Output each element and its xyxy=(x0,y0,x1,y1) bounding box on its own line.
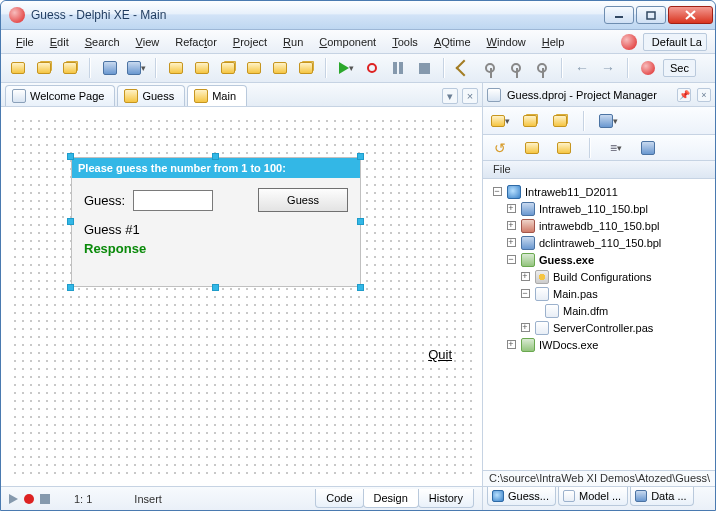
menu-file[interactable]: File xyxy=(9,33,41,51)
remove-file-button[interactable] xyxy=(191,57,213,79)
tab-model[interactable]: Model ... xyxy=(558,487,628,506)
project-tree[interactable]: −Intraweb11_D2011 +Intraweb_110_150.bpl … xyxy=(483,179,715,357)
tab-list-button[interactable]: ▾ xyxy=(442,88,458,104)
tab-project[interactable]: Guess... xyxy=(487,487,556,506)
menu-component[interactable]: Component xyxy=(312,33,383,51)
menu-tools[interactable]: Tools xyxy=(385,33,425,51)
open-file-button[interactable] xyxy=(59,57,81,79)
form-designer[interactable]: Please guess the number from 1 to 100: G… xyxy=(1,107,482,486)
guess-button[interactable]: Guess xyxy=(258,188,348,212)
menu-window[interactable]: Window xyxy=(480,33,533,51)
save-all-button[interactable]: ▾ xyxy=(125,57,147,79)
resize-handle[interactable] xyxy=(67,218,74,225)
tab-welcome[interactable]: Welcome Page xyxy=(5,85,115,106)
view-form-button[interactable] xyxy=(243,57,265,79)
pin-button[interactable]: 📌 xyxy=(677,88,691,102)
step-over-button[interactable] xyxy=(453,57,475,79)
sync-button[interactable]: ↺ xyxy=(489,137,511,159)
browser2-icon[interactable] xyxy=(637,57,659,79)
toggle-button[interactable] xyxy=(269,57,291,79)
run-no-debug-button[interactable] xyxy=(361,57,383,79)
collapse-button[interactable] xyxy=(553,137,575,159)
resize-handle[interactable] xyxy=(212,153,219,160)
resize-handle[interactable] xyxy=(67,284,74,291)
menu-edit[interactable]: Edit xyxy=(43,33,76,51)
config-button[interactable] xyxy=(637,137,659,159)
menubar: File Edit Search View Refactor Project R… xyxy=(1,30,715,54)
panel-close-button[interactable]: × xyxy=(697,88,711,102)
quit-link[interactable]: Quit xyxy=(428,347,452,362)
view-tab-design[interactable]: Design xyxy=(363,489,419,508)
menu-search[interactable]: Search xyxy=(78,33,127,51)
package-icon xyxy=(521,219,535,233)
add-button[interactable] xyxy=(519,110,541,132)
macro-stop-icon[interactable] xyxy=(40,494,50,504)
menu-help[interactable]: Help xyxy=(535,33,572,51)
resize-handle[interactable] xyxy=(357,284,364,291)
run-to-cursor-button[interactable] xyxy=(531,57,553,79)
run-button[interactable]: ▾ xyxy=(335,57,357,79)
remove-button[interactable] xyxy=(549,110,571,132)
resize-handle[interactable] xyxy=(357,153,364,160)
new-button[interactable]: ▾ xyxy=(489,110,511,132)
selected-panel[interactable]: Please guess the number from 1 to 100: G… xyxy=(71,157,361,287)
layout-dropdown[interactable]: Default La xyxy=(643,33,707,51)
tree-node-root[interactable]: −Intraweb11_D2011 xyxy=(491,183,711,200)
tab-data[interactable]: Data ... xyxy=(630,487,693,506)
add-file-button[interactable] xyxy=(165,57,187,79)
macro-play-icon[interactable] xyxy=(9,494,18,504)
toolbar-right-chip[interactable]: Sec xyxy=(663,59,696,77)
resize-handle[interactable] xyxy=(357,218,364,225)
forward-button[interactable]: → xyxy=(597,57,619,79)
tree-node[interactable]: +ServerController.pas xyxy=(491,319,711,336)
tree-node[interactable]: −Main.pas xyxy=(491,285,711,302)
project-group-icon xyxy=(507,185,521,199)
view-tab-history[interactable]: History xyxy=(418,489,474,508)
tree-node[interactable]: +intrawebdb_110_150.bpl xyxy=(491,217,711,234)
back-button[interactable]: ← xyxy=(571,57,593,79)
resize-handle[interactable] xyxy=(212,284,219,291)
menu-run[interactable]: Run xyxy=(276,33,310,51)
project-icon xyxy=(487,88,501,102)
browser-icon[interactable] xyxy=(621,34,637,50)
data-icon xyxy=(635,490,647,502)
tree-node[interactable]: +dclintraweb_110_150.bpl xyxy=(491,234,711,251)
sort-button[interactable]: ≡▾ xyxy=(605,137,627,159)
resize-handle[interactable] xyxy=(67,153,74,160)
svg-rect-1 xyxy=(647,12,655,19)
tree-node[interactable]: +IWDocs.exe xyxy=(491,336,711,353)
tree-node-active-project[interactable]: −Guess.exe xyxy=(491,251,711,268)
stop-button[interactable] xyxy=(413,57,435,79)
tab-close-button[interactable]: × xyxy=(462,88,478,104)
menu-refactor[interactable]: Refactor xyxy=(168,33,224,51)
guess-input[interactable] xyxy=(133,190,213,211)
unit-icon xyxy=(124,89,138,103)
pause-button[interactable] xyxy=(387,57,409,79)
new-items-button[interactable] xyxy=(7,57,29,79)
close-button[interactable] xyxy=(668,6,713,24)
new-form-button[interactable] xyxy=(295,57,317,79)
macro-record-icon[interactable] xyxy=(24,494,34,504)
tree-node[interactable]: Main.dfm xyxy=(491,302,711,319)
tree-header-file[interactable]: File xyxy=(483,161,715,179)
save-button[interactable] xyxy=(99,57,121,79)
open-project-button[interactable] xyxy=(33,57,55,79)
tree-node[interactable]: +Intraweb_110_150.bpl xyxy=(491,200,711,217)
tree-node[interactable]: +Build Configurations xyxy=(491,268,711,285)
tab-guess[interactable]: Guess xyxy=(117,85,185,106)
status-bar: 1: 1 Insert Code Design History xyxy=(1,486,482,510)
step-into-button[interactable] xyxy=(479,57,501,79)
maximize-button[interactable] xyxy=(636,6,666,24)
views-button[interactable]: ▾ xyxy=(597,110,619,132)
minimize-button[interactable] xyxy=(604,6,634,24)
step-out-button[interactable] xyxy=(505,57,527,79)
menu-view[interactable]: View xyxy=(129,33,167,51)
menu-aqtime[interactable]: AQtime xyxy=(427,33,478,51)
expand-button[interactable] xyxy=(521,137,543,159)
editor-tabs: Welcome Page Guess Main ▾ × xyxy=(1,83,482,107)
view-unit-button[interactable] xyxy=(217,57,239,79)
tab-main[interactable]: Main xyxy=(187,85,247,106)
project-manager-title: Guess.dproj - Project Manager 📌 × xyxy=(483,83,715,107)
view-tab-code[interactable]: Code xyxy=(315,489,363,508)
menu-project[interactable]: Project xyxy=(226,33,274,51)
